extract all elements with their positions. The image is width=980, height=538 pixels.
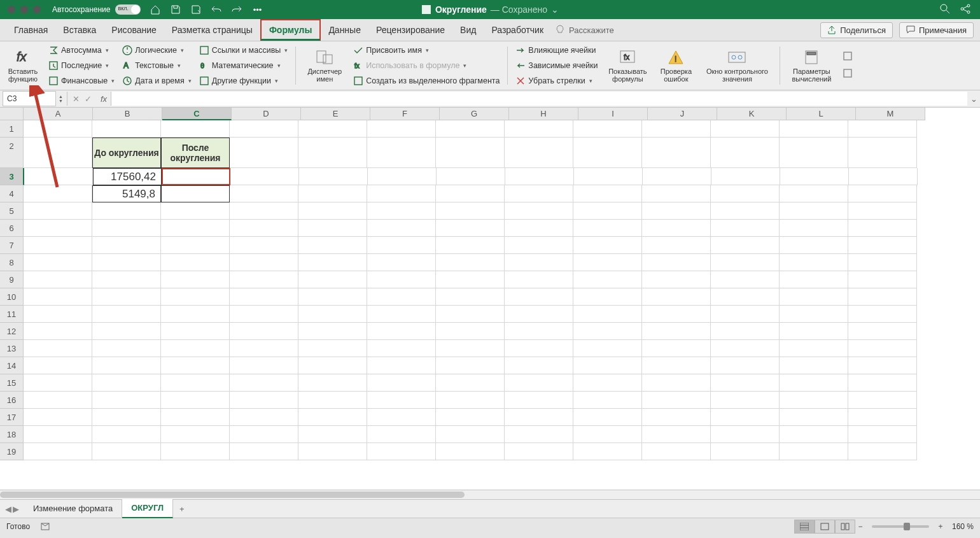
cell-C6[interactable] — [161, 220, 230, 237]
cell-E8[interactable] — [298, 254, 367, 271]
cell-C8[interactable] — [161, 254, 230, 271]
cell-I2[interactable] — [573, 138, 642, 168]
cell-A18[interactable] — [24, 426, 92, 443]
cell-M2[interactable] — [848, 138, 917, 168]
cell-M11[interactable] — [848, 306, 917, 323]
save-as-icon[interactable] — [190, 4, 202, 15]
col-header-D[interactable]: D — [232, 108, 301, 120]
cell-D8[interactable] — [230, 254, 298, 271]
search-icon[interactable] — [939, 3, 951, 17]
autosum-button[interactable]: Автосумма▾ — [48, 43, 115, 57]
tab-formulas[interactable]: Формулы — [260, 19, 321, 41]
cell-B8[interactable] — [92, 254, 161, 271]
page-layout-view-button[interactable] — [815, 520, 835, 534]
sheet-tab-0[interactable]: Изменение формата — [24, 500, 122, 518]
cell-M3[interactable] — [849, 168, 918, 185]
cell-L1[interactable] — [780, 120, 848, 138]
cell-J10[interactable] — [642, 288, 711, 306]
page-break-view-button[interactable] — [835, 520, 855, 534]
cell-F9[interactable] — [367, 271, 436, 288]
normal-view-button[interactable] — [794, 520, 815, 534]
cell-C9[interactable] — [161, 271, 230, 288]
col-header-J[interactable]: J — [648, 108, 717, 120]
cell-I19[interactable] — [573, 443, 642, 460]
cell-M1[interactable] — [848, 120, 917, 138]
cell-H4[interactable] — [505, 185, 573, 202]
cell-C19[interactable] — [161, 443, 230, 460]
cell-G7[interactable] — [436, 237, 505, 254]
home-icon[interactable] — [150, 4, 161, 15]
row-header-3[interactable]: 3 — [0, 168, 24, 185]
error-checking-button[interactable]: ! Проверка ошибок — [655, 43, 697, 88]
cell-F15[interactable] — [367, 374, 436, 392]
cell-C10[interactable] — [161, 288, 230, 306]
row-header-5[interactable]: 5 — [0, 202, 24, 220]
cell-I11[interactable] — [573, 306, 642, 323]
cell-D10[interactable] — [230, 288, 298, 306]
cell-A17[interactable] — [24, 409, 92, 426]
cell-J7[interactable] — [642, 237, 711, 254]
recent-button[interactable]: Последние▾ — [48, 59, 115, 73]
cell-M19[interactable] — [848, 443, 917, 460]
cell-K16[interactable] — [711, 392, 780, 409]
cell-C15[interactable] — [161, 374, 230, 392]
cell-L10[interactable] — [780, 288, 848, 306]
cell-I13[interactable] — [573, 340, 642, 357]
cell-L12[interactable] — [780, 323, 848, 340]
more-functions-button[interactable]: Другие функции▾ — [199, 74, 288, 88]
cell-H17[interactable] — [505, 409, 573, 426]
cell-B4[interactable]: 5149,8 — [92, 185, 161, 202]
cell-J8[interactable] — [642, 254, 711, 271]
cell-B17[interactable] — [92, 409, 161, 426]
cell-F10[interactable] — [367, 288, 436, 306]
row-header-14[interactable]: 14 — [0, 357, 24, 374]
cell-E9[interactable] — [298, 271, 367, 288]
cell-K17[interactable] — [711, 409, 780, 426]
col-header-M[interactable]: M — [856, 108, 925, 120]
cell-I7[interactable] — [573, 237, 642, 254]
cell-A1[interactable] — [24, 120, 92, 138]
row-header-16[interactable]: 16 — [0, 392, 24, 409]
sheet-prev-icon[interactable]: ◀ — [5, 504, 11, 514]
cell-F1[interactable] — [367, 120, 436, 138]
cell-F3[interactable] — [368, 168, 437, 185]
cell-K18[interactable] — [711, 426, 780, 443]
cell-L7[interactable] — [780, 237, 848, 254]
cell-A8[interactable] — [24, 254, 92, 271]
add-sheet-button[interactable]: + — [173, 504, 191, 514]
share-button[interactable]: Поделиться — [820, 22, 893, 38]
cell-G9[interactable] — [436, 271, 505, 288]
cell-E18[interactable] — [298, 426, 367, 443]
cell-M5[interactable] — [848, 202, 917, 220]
cell-F14[interactable] — [367, 357, 436, 374]
cell-K3[interactable] — [711, 168, 780, 185]
undo-icon[interactable] — [211, 4, 222, 15]
cell-C7[interactable] — [161, 237, 230, 254]
col-header-F[interactable]: F — [370, 108, 440, 120]
col-header-A[interactable]: A — [24, 108, 93, 120]
cell-G12[interactable] — [436, 323, 505, 340]
cell-F11[interactable] — [367, 306, 436, 323]
cell-G5[interactable] — [436, 202, 505, 220]
cell-J16[interactable] — [642, 392, 711, 409]
cell-C13[interactable] — [161, 340, 230, 357]
cell-D3[interactable] — [230, 168, 299, 185]
cell-D19[interactable] — [230, 443, 298, 460]
row-header-2[interactable]: 2 — [0, 138, 24, 168]
cell-K1[interactable] — [711, 120, 780, 138]
cell-B14[interactable] — [92, 357, 161, 374]
cell-L3[interactable] — [780, 168, 849, 185]
sheet-next-icon[interactable]: ▶ — [13, 504, 19, 514]
cell-L19[interactable] — [780, 443, 848, 460]
cell-M13[interactable] — [848, 340, 917, 357]
cell-F7[interactable] — [367, 237, 436, 254]
expand-formula-bar-icon[interactable]: ⌄ — [967, 94, 980, 104]
cell-F13[interactable] — [367, 340, 436, 357]
tab-view[interactable]: Вид — [452, 19, 484, 41]
cell-H10[interactable] — [505, 288, 573, 306]
cell-A12[interactable] — [24, 323, 92, 340]
fx-icon[interactable]: fx — [97, 94, 111, 104]
cell-H14[interactable] — [505, 357, 573, 374]
cell-A9[interactable] — [24, 271, 92, 288]
calculation-options-button[interactable]: Параметры вычислений — [785, 43, 837, 88]
